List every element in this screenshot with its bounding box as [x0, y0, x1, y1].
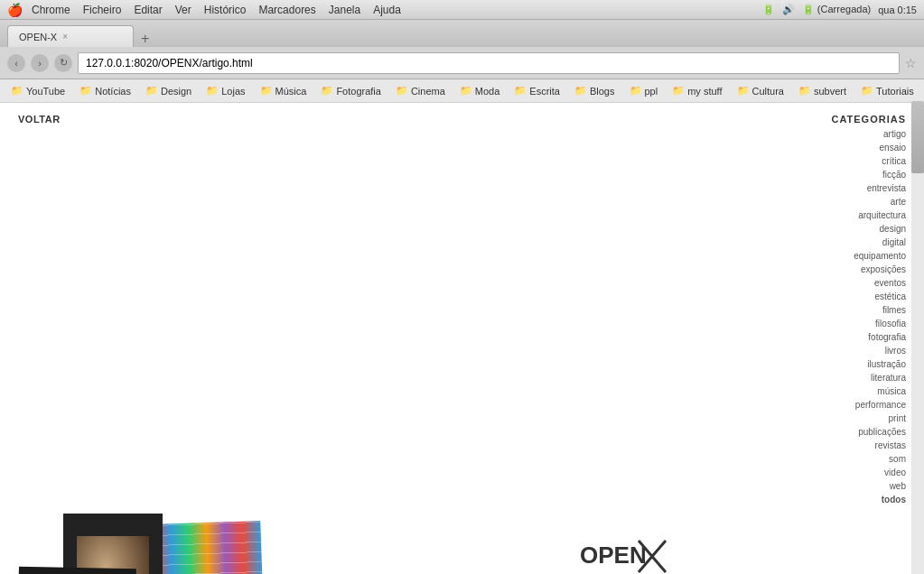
category-publicacoes[interactable]: publicações: [858, 426, 906, 439]
category-ficcao[interactable]: ficção: [882, 169, 906, 181]
category-video[interactable]: video: [884, 467, 906, 479]
menu-ajuda[interactable]: Ajuda: [373, 4, 401, 16]
category-arte[interactable]: arte: [891, 196, 906, 208]
category-livros[interactable]: livros: [885, 345, 906, 357]
bookmark-ppl[interactable]: 📁 ppl: [624, 83, 664, 98]
category-performance[interactable]: performance: [855, 399, 906, 412]
bluetooth-icon: 🔋: [762, 4, 775, 15]
svg-text:OPEN: OPEN: [580, 542, 647, 569]
category-critica[interactable]: crítica: [882, 155, 906, 168]
bookmark-mystuff[interactable]: 📁 my stuff: [667, 83, 727, 98]
folder-icon: 📁: [145, 85, 158, 97]
open-logo: OPEN: [325, 523, 906, 574]
category-equipamento[interactable]: equipamento: [854, 250, 906, 263]
bookmark-fotografia[interactable]: 📁 Fotografia: [315, 83, 387, 98]
collage-colorful-grid: [152, 521, 263, 574]
address-input[interactable]: [78, 52, 900, 74]
bookmark-youtube[interactable]: 📁 YouTube: [5, 83, 70, 98]
category-digital[interactable]: digital: [882, 236, 906, 249]
category-design[interactable]: design: [880, 223, 906, 236]
category-musica[interactable]: música: [877, 385, 906, 398]
category-fotografia[interactable]: fotografia: [868, 331, 906, 344]
categories-title: CATEGORIAS: [831, 114, 906, 125]
category-filosofia[interactable]: filosofia: [875, 318, 906, 330]
category-estetica[interactable]: estética: [875, 291, 906, 303]
bookmark-moda[interactable]: 📁 Moda: [454, 83, 506, 98]
folder-icon: 📁: [460, 85, 472, 97]
bookmark-escrita[interactable]: 📁 Escrita: [509, 83, 565, 98]
folder-icon: 📁: [574, 85, 587, 97]
bookmark-label: Fotografia: [336, 86, 381, 97]
bookmark-label: Design: [161, 86, 191, 97]
menu-chrome[interactable]: Chrome: [32, 4, 70, 16]
folder-icon: 📁: [861, 85, 873, 97]
category-exposicoes[interactable]: exposições: [861, 264, 906, 276]
bookmark-cultura[interactable]: 📁 Cultura: [732, 83, 789, 98]
bookmark-tutoriais[interactable]: 📁 Tutoriais: [855, 83, 919, 98]
tab-title: OPEN-X: [19, 32, 57, 42]
bookmark-label: Tutoriais: [876, 86, 914, 97]
reload-button[interactable]: ↻: [54, 54, 72, 72]
mac-menubar: 🍎 Chrome Ficheiro Editar Ver Histórico M…: [0, 0, 924, 20]
folder-icon: 📁: [672, 85, 685, 97]
apple-icon[interactable]: 🍎: [7, 3, 23, 17]
menubar-right: 🔋 🔊 🔋 (Carregada) qua 0:15: [762, 4, 917, 15]
folder-icon: 📁: [798, 85, 811, 97]
bookmark-design[interactable]: 📁 Design: [140, 83, 197, 98]
category-entrevista[interactable]: entrevista: [867, 182, 906, 195]
category-arquitectura[interactable]: arquitectura: [858, 209, 906, 222]
folder-icon: 📁: [260, 85, 273, 97]
folder-icon: 📁: [79, 85, 92, 97]
image-collage: POST-DIGITAL ões as ideal int rvivo ico: [18, 514, 307, 574]
folder-icon: 📁: [737, 85, 750, 97]
bookmark-label: my stuff: [687, 86, 722, 97]
bookmark-label: YouTube: [26, 86, 65, 97]
bookmark-label: Música: [275, 86, 307, 97]
page-content: VOLTAR CATEGORIAS artigo ensaio crítica …: [0, 103, 924, 574]
scrollbar-thumb[interactable]: [911, 101, 924, 173]
tab-close-button[interactable]: ×: [62, 32, 68, 42]
category-todos[interactable]: todos: [882, 494, 906, 506]
category-eventos[interactable]: eventos: [874, 277, 906, 290]
category-artigo[interactable]: artigo: [883, 128, 906, 141]
bookmark-noticias[interactable]: 📁 Notícias: [74, 83, 136, 98]
bookmark-lojas[interactable]: 📁 Lojas: [201, 83, 250, 98]
category-web[interactable]: web: [890, 480, 906, 493]
menu-janela[interactable]: Janela: [329, 4, 360, 16]
menu-historico[interactable]: Histórico: [204, 4, 247, 16]
new-tab-button[interactable]: +: [134, 31, 156, 47]
category-som[interactable]: som: [889, 453, 906, 466]
bookmark-musica[interactable]: 📁 Música: [255, 83, 313, 98]
categories-list: artigo ensaio crítica ficção entrevista …: [831, 128, 906, 506]
bookmark-subvert[interactable]: 📁 subvert: [793, 83, 852, 98]
chrome-tab-openx[interactable]: OPEN-X ×: [7, 25, 134, 47]
bookmark-label: Escrita: [529, 86, 560, 97]
bookmark-blogs[interactable]: 📁 Blogs: [569, 83, 621, 98]
category-ensaio[interactable]: ensaio: [880, 142, 906, 154]
folder-icon: 📁: [514, 85, 527, 97]
page-header: VOLTAR CATEGORIAS artigo ensaio crítica …: [0, 103, 924, 514]
menu-items: Chrome Ficheiro Editar Ver Histórico Mar…: [32, 4, 401, 16]
bookmark-label: Moda: [475, 86, 500, 97]
scrollbar[interactable]: [911, 101, 924, 574]
menu-editar[interactable]: Editar: [134, 4, 162, 16]
category-filmes[interactable]: filmes: [882, 304, 906, 317]
bookmark-label: Cultura: [752, 86, 784, 97]
bookmark-label: Blogs: [590, 86, 615, 97]
menu-ficheiro[interactable]: Ficheiro: [83, 4, 122, 16]
categories-section: CATEGORIAS artigo ensaio crítica ficção …: [831, 114, 906, 506]
category-revistas[interactable]: revistas: [875, 440, 906, 452]
back-link[interactable]: VOLTAR: [18, 114, 61, 506]
category-literatura[interactable]: literatura: [871, 372, 906, 384]
chrome-tabbar: OPEN-X × +: [0, 20, 924, 47]
bookmark-cinema[interactable]: 📁 Cinema: [390, 83, 451, 98]
collage-film-portrait: [63, 514, 163, 574]
bookmark-label: subvert: [814, 86, 846, 97]
forward-button[interactable]: ›: [31, 54, 49, 72]
back-button[interactable]: ‹: [7, 54, 25, 72]
category-ilustracao[interactable]: ilustração: [867, 358, 906, 371]
bookmark-star-icon[interactable]: ☆: [905, 56, 917, 70]
menu-ver[interactable]: Ver: [175, 4, 191, 16]
menu-marcadores[interactable]: Marcadores: [258, 4, 315, 16]
category-print[interactable]: print: [889, 412, 906, 425]
